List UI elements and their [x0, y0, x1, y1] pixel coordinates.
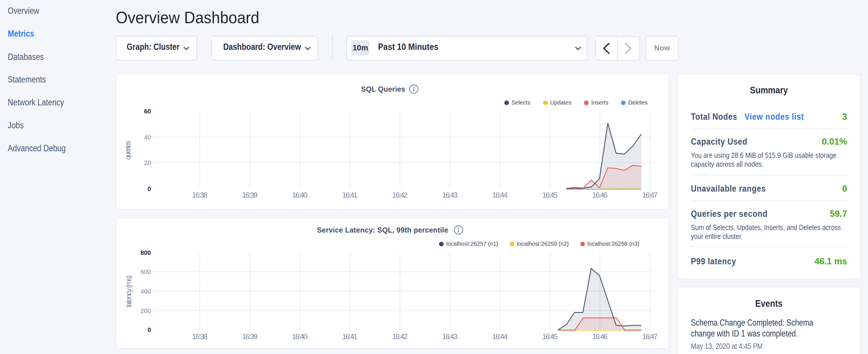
svg-text:600: 600	[141, 268, 151, 276]
svg-text:40: 40	[144, 134, 151, 141]
svg-text:16:44: 16:44	[492, 332, 508, 341]
svg-text:16:47: 16:47	[642, 191, 658, 199]
svg-text:16:44: 16:44	[492, 191, 508, 199]
svg-text:16:40: 16:40	[292, 191, 308, 199]
svg-text:16:38: 16:38	[192, 191, 208, 199]
svg-text:16:42: 16:42	[392, 191, 408, 199]
svg-text:16:45: 16:45	[542, 191, 558, 199]
svg-text:queries: queries	[124, 140, 132, 160]
svg-text:16:41: 16:41	[342, 191, 358, 199]
svg-text:16:46: 16:46	[592, 332, 608, 341]
svg-text:16:46: 16:46	[592, 191, 608, 199]
svg-text:16:38: 16:38	[192, 332, 208, 341]
svg-text:16:39: 16:39	[242, 191, 258, 199]
svg-text:16:39: 16:39	[242, 332, 258, 341]
svg-text:16:43: 16:43	[442, 191, 458, 199]
svg-text:400: 400	[141, 288, 151, 295]
svg-text:0: 0	[148, 185, 151, 192]
svg-text:16:43: 16:43	[442, 332, 458, 341]
svg-text:16:40: 16:40	[292, 332, 308, 341]
svg-text:16:47: 16:47	[642, 332, 658, 341]
svg-text:60: 60	[144, 108, 151, 115]
svg-text:200: 200	[141, 307, 151, 315]
svg-text:800: 800	[141, 249, 151, 256]
svg-text:16:42: 16:42	[392, 332, 408, 341]
svg-text:latency (ms): latency (ms)	[124, 275, 133, 307]
svg-text:0: 0	[148, 326, 151, 333]
svg-text:16:41: 16:41	[342, 332, 358, 341]
svg-text:20: 20	[144, 159, 151, 166]
svg-text:16:45: 16:45	[542, 332, 558, 341]
